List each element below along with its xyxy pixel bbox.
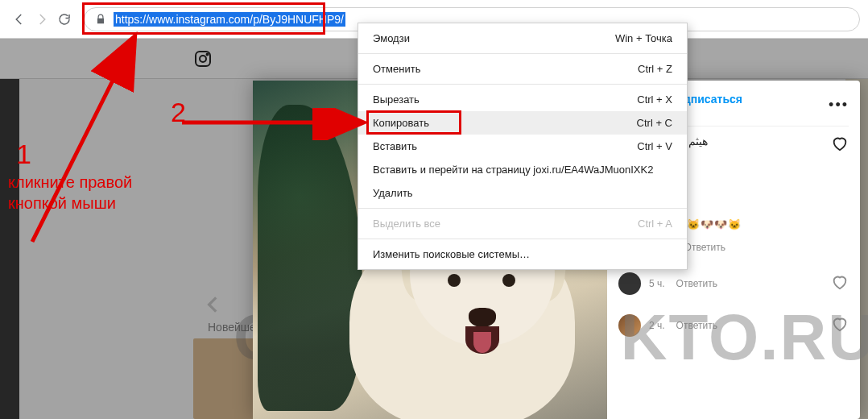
annotation-instruction: кликните правой кнопкой мыши	[8, 172, 132, 214]
context-menu-item-label: Вырезать	[373, 93, 420, 106]
like-icon[interactable]	[831, 127, 849, 156]
context-menu-item-label: Вставить	[373, 140, 417, 152]
context-menu-item[interactable]: ЭмодзиWin + Точка	[358, 27, 687, 50]
lock-icon	[94, 13, 107, 26]
context-menu-item-shortcut: Ctrl + X	[637, 93, 672, 106]
context-menu-item[interactable]: Удалить	[358, 181, 687, 205]
context-menu-item-label: Эмодзи	[373, 32, 410, 44]
comment-time: 5 ч.	[649, 278, 665, 289]
context-menu-item-label: Вставить и перейти на страницу joxi.ru/E…	[373, 164, 653, 176]
context-menu-item-label: Удалить	[373, 187, 413, 199]
context-menu-item[interactable]: ОтменитьCtrl + Z	[358, 57, 687, 81]
context-menu-item[interactable]: ВырезатьCtrl + X	[358, 88, 687, 111]
annotation-step-2: 2	[171, 97, 186, 128]
context-menu-item[interactable]: ВставитьCtrl + V	[358, 135, 687, 158]
comment-reply-link[interactable]: Ответить	[684, 242, 725, 253]
context-menu-item[interactable]: Изменить поисковые системы…	[358, 243, 687, 266]
context-menu-item-shortcut: Ctrl + C	[637, 117, 672, 129]
context-menu-item[interactable]: Вставить и перейти на страницу joxi.ru/E…	[358, 158, 687, 181]
context-menu-item-shortcut: Ctrl + V	[637, 140, 672, 152]
context-menu-separator	[358, 53, 687, 54]
nav-reload-button[interactable]	[53, 8, 76, 31]
comment-reply-link[interactable]: Ответить	[676, 278, 717, 289]
context-menu-item: Выделить всеCtrl + A	[358, 212, 687, 235]
context-menu-item-shortcut: Ctrl + Z	[638, 63, 672, 75]
address-bar-text[interactable]: https://www.instagram.com/p/ByJ9HNUFHP9/	[114, 12, 345, 27]
more-options-button[interactable]: •••	[829, 97, 849, 114]
nav-forward-button[interactable]	[31, 8, 53, 31]
context-menu-item-label: Изменить поисковые системы…	[373, 248, 530, 260]
nav-back-button[interactable]	[8, 8, 31, 31]
context-menu[interactable]: ЭмодзиWin + ТочкаОтменитьCtrl + ZВырезат…	[358, 23, 688, 270]
context-menu-item-label: Копировать	[373, 117, 429, 129]
avatar[interactable]	[618, 272, 641, 295]
context-menu-item-label: Отменить	[373, 63, 420, 75]
context-menu-separator	[358, 239, 687, 239]
watermark: KTO.RU	[621, 301, 868, 375]
context-menu-separator	[358, 84, 687, 85]
annotation-step-1: 1	[16, 139, 31, 170]
comment-row: 5 ч. Ответить	[618, 272, 849, 295]
context-menu-item-shortcut: Win + Точка	[615, 32, 672, 44]
like-icon[interactable]	[831, 273, 849, 294]
context-menu-item-label: Выделить все	[373, 218, 440, 230]
context-menu-separator	[358, 208, 687, 209]
context-menu-item-shortcut: Ctrl + A	[638, 218, 672, 230]
context-menu-item[interactable]: КопироватьCtrl + C	[358, 111, 687, 135]
